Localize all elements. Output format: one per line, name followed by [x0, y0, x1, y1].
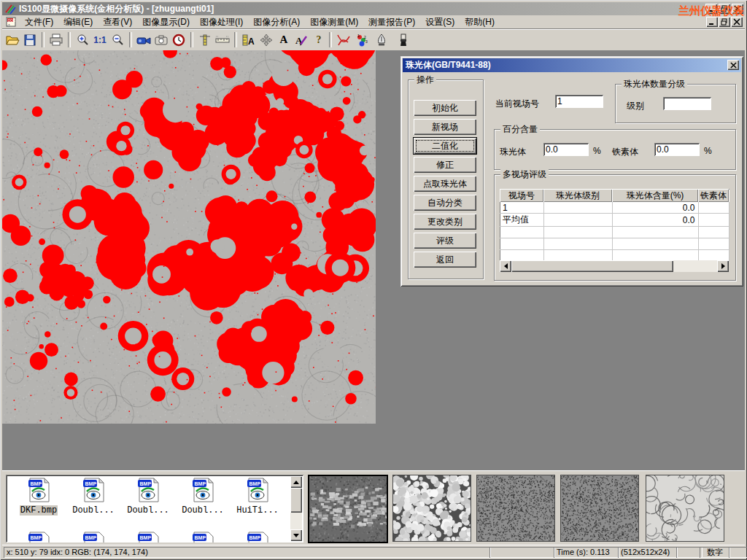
file-item[interactable]: BMP Doubl... — [66, 478, 120, 516]
change-class-button[interactable]: 更改类别 — [414, 214, 476, 230]
video-capture-button[interactable] — [135, 31, 152, 49]
status-empty-2 — [676, 547, 703, 558]
file-vscrollbar[interactable] — [290, 476, 302, 541]
pen-button[interactable] — [373, 31, 390, 49]
actual-size-button[interactable]: 1:1 — [91, 31, 109, 49]
binarize-button[interactable]: 二值化 — [414, 138, 476, 154]
menu-image-processing[interactable]: 图像处理(I) — [195, 15, 248, 30]
scroll-thumb[interactable] — [511, 260, 673, 272]
bmp-file-icon: BMP — [81, 532, 106, 542]
menu-image-display[interactable]: 图像显示(D) — [137, 15, 195, 30]
text-edit-button[interactable]: A — [293, 31, 310, 49]
scroll-down-button[interactable] — [290, 529, 302, 541]
file-item-partial[interactable]: BMP — [12, 532, 66, 542]
menu-image-measure[interactable]: 图像测量(M) — [305, 15, 363, 30]
thumbnail-4[interactable] — [560, 475, 639, 542]
file-item-partial[interactable]: BMP — [231, 532, 285, 542]
ruler-button[interactable] — [214, 31, 231, 49]
mdi-close-button[interactable] — [731, 17, 743, 27]
menu-file[interactable]: 文件(F) — [20, 15, 58, 30]
dialog-close-button[interactable] — [727, 60, 739, 70]
save-button[interactable] — [21, 31, 39, 49]
table-hscrollbar[interactable] — [500, 260, 729, 272]
move-button[interactable] — [258, 31, 275, 49]
timer-button[interactable] — [170, 31, 187, 49]
restore-button[interactable] — [719, 4, 730, 14]
bmp-file-icon: BMP — [136, 478, 160, 502]
return-button[interactable]: 返回 — [414, 252, 476, 268]
current-field-input[interactable] — [555, 95, 603, 108]
initialize-button[interactable]: 初始化 — [414, 100, 476, 116]
file-item[interactable]: BMP DKF.bmp — [12, 478, 66, 516]
dialog-title-bar[interactable]: 珠光体(GB/T9441-88) — [403, 58, 741, 72]
toolbar-separator — [329, 32, 332, 47]
save-icon — [23, 34, 36, 47]
mdi-restore-button[interactable] — [719, 17, 730, 27]
svg-text:BMP: BMP — [195, 535, 206, 540]
zoom-in-button[interactable] — [74, 31, 91, 49]
menu-measure-report[interactable]: 测量报告(P) — [363, 15, 420, 30]
count-marks-button[interactable]: 1 2 3 — [354, 31, 371, 49]
file-item-partial[interactable]: BMP — [66, 532, 120, 542]
svg-text:DOC: DOC — [8, 18, 16, 22]
minimize-icon — [708, 5, 715, 12]
table-row[interactable]: 平均值 0.0 — [500, 214, 729, 227]
text-button[interactable]: A — [275, 31, 293, 49]
measure-label-button[interactable]: A — [240, 31, 258, 49]
table-row[interactable]: 1 0.0 — [500, 202, 729, 214]
operation-group-label: 操作 — [414, 74, 436, 85]
zoom-out-button[interactable] — [109, 31, 126, 49]
file-item[interactable]: BMP HuiTi... — [231, 478, 285, 516]
print-button[interactable] — [47, 31, 65, 49]
current-field-label: 当前视场号 — [495, 98, 539, 110]
menu-help[interactable]: 帮助(H) — [460, 15, 500, 30]
mdi-minimize-button[interactable] — [706, 17, 718, 27]
pick-pearlite-button[interactable]: 点取珠光体 — [414, 176, 476, 192]
file-item-partial[interactable]: BMP — [176, 532, 230, 542]
toolbar-separator — [190, 32, 193, 47]
micrograph-image[interactable] — [2, 50, 376, 424]
open-button[interactable] — [4, 31, 21, 49]
file-item-partial[interactable]: BMP — [121, 532, 175, 542]
menu-view[interactable]: 查看(V) — [98, 15, 137, 30]
thumbnail-1-selected[interactable] — [308, 475, 388, 543]
pearlite-input[interactable] — [543, 143, 589, 156]
file-name: Doubl... — [126, 505, 170, 516]
auto-classify-button[interactable]: 自动分类 — [414, 195, 476, 211]
svg-text:1: 1 — [357, 34, 360, 38]
scroll-thumb[interactable] — [290, 488, 302, 513]
ferrite-input[interactable] — [654, 143, 700, 156]
correct-button[interactable]: 修正 — [414, 157, 476, 173]
count-points-icon: 1 2 3 — [355, 34, 370, 47]
caliper-icon — [198, 34, 212, 47]
close-button[interactable] — [732, 4, 743, 14]
minimize-button[interactable] — [705, 4, 717, 14]
snapshot-button[interactable] — [152, 31, 170, 49]
caliper-button[interactable] — [196, 31, 214, 49]
brush-button[interactable] — [395, 31, 412, 49]
scroll-left-button[interactable] — [500, 260, 511, 272]
menu-settings[interactable]: 设置(S) — [420, 15, 460, 30]
rate-button[interactable]: 评级 — [414, 233, 476, 249]
file-item[interactable]: BMP Doubl... — [176, 478, 230, 516]
curve-measure-button[interactable] — [335, 31, 352, 49]
file-name: DKF.bmp — [20, 505, 58, 516]
camera-icon — [154, 34, 169, 46]
rating-table[interactable]: 视场号 珠光体级别 珠光体含量(%) 铁素体 1 0.0 平均值 0.0 — [500, 189, 729, 262]
help-button[interactable]: ? — [310, 31, 328, 49]
bmp-file-icon: BMP — [190, 532, 215, 542]
file-item[interactable]: BMP Doubl... — [121, 478, 175, 516]
new-field-button[interactable]: 新视场 — [414, 119, 476, 135]
pearlite-unit: % — [593, 146, 601, 156]
scroll-up-button[interactable] — [290, 476, 302, 488]
thumbnail-5[interactable] — [646, 475, 724, 542]
scroll-right-button[interactable] — [717, 260, 729, 272]
grade-input[interactable] — [663, 97, 711, 110]
thumbnail-3[interactable] — [476, 475, 555, 542]
clock-icon — [172, 34, 185, 47]
menu-image-analysis[interactable]: 图像分析(A) — [248, 15, 305, 30]
multifield-group-label: 多视场评级 — [500, 169, 549, 179]
file-name: Doubl... — [181, 505, 225, 516]
menu-edit[interactable]: 编辑(E) — [58, 15, 98, 30]
thumbnail-2[interactable] — [392, 475, 471, 542]
